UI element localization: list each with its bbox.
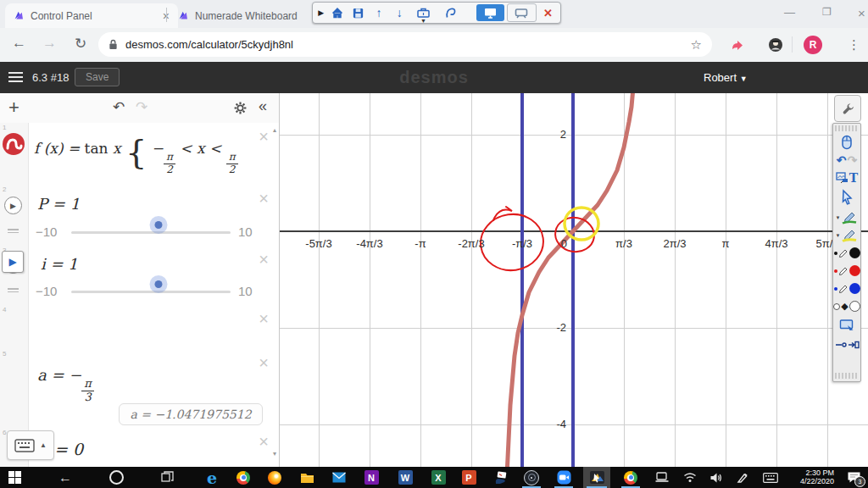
volume-icon[interactable] xyxy=(704,467,729,488)
cursor-tool[interactable] xyxy=(833,186,860,208)
file-explorer-icon[interactable] xyxy=(294,467,320,488)
close-toolbar-icon[interactable]: ✕ xyxy=(539,4,557,21)
scroll-down-icon[interactable]: ▾ xyxy=(273,450,276,458)
reload-icon[interactable]: ↻ xyxy=(75,35,86,53)
expression-row-2[interactable]: 2 ▶ P = 1 −10 10 × xyxy=(0,185,279,247)
address-bar[interactable]: desmos.com/calculator/5ckydjh8nl ☆ xyxy=(98,32,712,57)
remove-expression-icon[interactable]: × xyxy=(259,191,269,205)
highlighter-tool[interactable]: ▼ xyxy=(833,226,860,244)
expression-latex[interactable]: a = −π3 xyxy=(37,366,94,404)
word-icon[interactable]: W xyxy=(392,467,418,488)
remove-expression-icon[interactable]: × xyxy=(259,252,269,266)
annotation-settings-button[interactable] xyxy=(834,95,861,122)
drag-grip[interactable] xyxy=(835,125,859,131)
remove-expression-icon[interactable]: × xyxy=(259,130,269,143)
slider-knob[interactable] xyxy=(150,275,168,293)
slider-options-icon[interactable] xyxy=(8,286,19,294)
shape-tools[interactable]: ◆ xyxy=(833,297,860,315)
tray-device-icon[interactable] xyxy=(649,467,675,488)
wifi-icon[interactable] xyxy=(677,467,703,488)
bookmark-star-icon[interactable]: ☆ xyxy=(691,37,702,53)
powerpoint-icon[interactable]: P xyxy=(456,467,481,488)
extension-share-icon[interactable] xyxy=(731,39,744,52)
pen-tool[interactable]: ▼ xyxy=(833,208,860,226)
remove-expression-icon[interactable]: × xyxy=(259,435,269,448)
edge-icon[interactable]: e xyxy=(199,467,225,488)
expression-row-5[interactable]: 5 a = −π3 a = −1.0471975512 × xyxy=(0,349,279,429)
play-slider-icon[interactable]: ▶ xyxy=(4,197,22,214)
arrow-tools[interactable] xyxy=(833,336,860,353)
lasso-icon[interactable] xyxy=(438,4,463,21)
expression-latex[interactable]: = 0 xyxy=(54,440,83,458)
mail-icon[interactable] xyxy=(326,467,352,488)
firefox-icon[interactable] xyxy=(262,467,287,488)
window-close-icon[interactable]: × xyxy=(858,6,865,20)
onenote-icon[interactable]: N xyxy=(359,467,384,488)
home-icon[interactable] xyxy=(329,4,347,21)
collapse-caret-icon[interactable]: ▶ xyxy=(316,4,326,21)
back-button[interactable]: ← xyxy=(53,467,78,488)
screen-recorder-icon[interactable] xyxy=(519,467,544,488)
expression-row-4[interactable]: 4 × xyxy=(0,305,279,350)
arrow-up-icon[interactable]: ↑ xyxy=(370,4,387,21)
excel-icon[interactable]: X xyxy=(426,467,451,488)
drag-grip[interactable] xyxy=(835,373,859,379)
window-maximize-icon[interactable]: ❐ xyxy=(822,6,832,18)
browser-menu-icon[interactable]: ⋮ xyxy=(848,37,860,53)
remove-expression-icon[interactable]: × xyxy=(259,312,269,325)
whiteboard-mode-button[interactable] xyxy=(507,3,537,22)
stamp-text-tools[interactable]: T xyxy=(833,169,860,186)
screen-capture-tool[interactable] xyxy=(833,315,860,336)
zoom-app-icon[interactable] xyxy=(551,467,576,488)
expression-row-1[interactable]: 1 f (x) = tan x { −π2 < x < π2 × ▴ xyxy=(0,123,279,186)
undo-icon[interactable]: ↶ xyxy=(113,98,125,116)
save-icon[interactable] xyxy=(349,4,367,21)
touch-keyboard-icon[interactable] xyxy=(758,467,783,488)
cortana-button[interactable] xyxy=(103,467,129,488)
redo-icon[interactable]: ↷ xyxy=(136,98,147,116)
taskbar-clock[interactable]: 2:30 PM 4/22/2020 xyxy=(790,469,834,485)
expression-latex[interactable]: f (x) = tan x { −π2 < x < π2 xyxy=(34,140,238,176)
slider-knob[interactable] xyxy=(150,216,168,234)
pen-size-black[interactable] xyxy=(833,244,860,262)
profile-button[interactable]: R xyxy=(804,36,822,54)
slider-max[interactable]: 10 xyxy=(238,284,253,298)
annotation-cursor-handle[interactable]: ▶ xyxy=(2,251,24,273)
task-view-button[interactable] xyxy=(154,467,180,488)
remote-hand-app-icon[interactable] xyxy=(487,467,513,488)
expression-latex[interactable]: i = 1 xyxy=(41,255,78,273)
screen-mode-button[interactable] xyxy=(476,4,504,21)
tab-numerade-whiteboard[interactable]: Numerade Whiteboard xyxy=(170,3,322,28)
pen-tray-icon[interactable] xyxy=(730,467,755,488)
pen-size-blue[interactable] xyxy=(833,280,860,297)
graph-paper[interactable]: -5π/3-4π/3-π-2π/3-π/30π/32π/3π4π/35π/32-… xyxy=(280,93,868,467)
expression-row-3[interactable]: 3 ▶ i = 1 −10 10 × xyxy=(0,246,279,306)
show-keypad-button[interactable]: ▲ xyxy=(7,430,54,460)
account-menu[interactable]: Robert ▼ xyxy=(704,71,748,84)
slider-track[interactable] xyxy=(71,231,231,234)
notification-center-button[interactable]: 3 xyxy=(841,467,866,488)
arrow-down-icon[interactable]: ↓ xyxy=(391,4,409,21)
pen-size-red[interactable] xyxy=(833,262,860,280)
expression-latex[interactable]: P = 1 xyxy=(37,195,80,213)
extension-avatar-icon[interactable] xyxy=(768,37,783,53)
start-button[interactable] xyxy=(2,467,27,488)
active-annotation-app[interactable] xyxy=(583,467,610,488)
slider-max[interactable]: 10 xyxy=(238,225,253,239)
back-icon[interactable]: ← xyxy=(12,35,26,52)
remove-expression-icon[interactable]: × xyxy=(259,356,269,369)
slider-track[interactable] xyxy=(71,291,231,293)
add-expression-icon[interactable]: + xyxy=(8,97,19,119)
forward-icon[interactable]: → xyxy=(42,35,57,52)
graph-settings-gear-icon[interactable] xyxy=(233,101,248,115)
chrome-icon[interactable] xyxy=(231,467,256,488)
collapse-panel-icon[interactable]: « xyxy=(259,97,267,115)
slider-min[interactable]: −10 xyxy=(36,225,57,239)
slider-options-icon[interactable] xyxy=(8,227,19,235)
tab-control-panel[interactable]: Control Panel × xyxy=(5,3,178,28)
undo-redo-tools[interactable]: ↶↷ xyxy=(833,151,860,169)
mouse-tool[interactable] xyxy=(833,133,860,151)
chrome-running-icon[interactable] xyxy=(618,467,643,488)
slider-min[interactable]: −10 xyxy=(36,284,57,298)
window-minimize-icon[interactable]: — xyxy=(784,6,795,19)
